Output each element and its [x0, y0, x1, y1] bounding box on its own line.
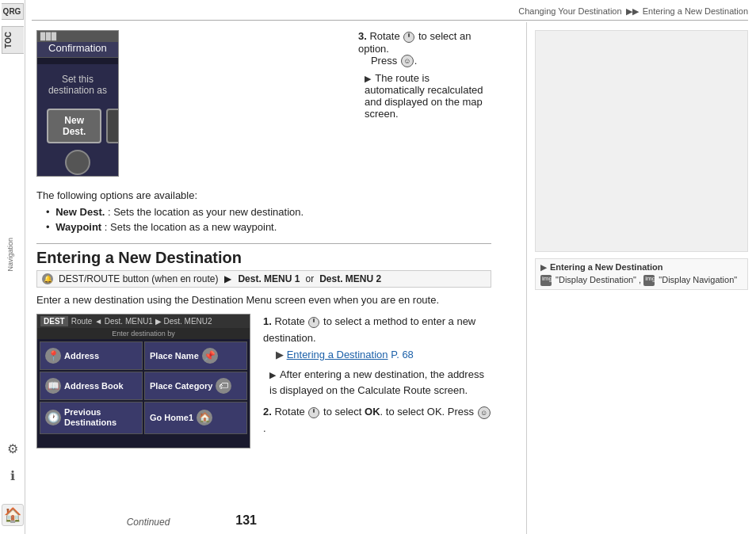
screen-body-text: Set this destination as	[47, 74, 109, 96]
section-divider	[36, 243, 491, 244]
sidebar-icons: ⚙ ℹ	[0, 437, 25, 486]
step3-rotate: Rotate	[369, 30, 399, 42]
screen-buttons: New Dest. Waypoint	[47, 109, 109, 143]
option2-bullet: •	[46, 221, 50, 233]
breadcrumb-part2: Entering a New Destination	[643, 6, 748, 16]
instruction-text: DEST/ROUTE button (when en route)	[59, 273, 218, 284]
screen-header-bar: ▉▉▉	[37, 31, 118, 42]
screen-body: Set this destination as New Dest. Waypoi…	[37, 64, 118, 177]
step3-num: 3.	[358, 30, 367, 42]
addressbook-label: Address Book	[64, 381, 124, 391]
confirmation-screen: ▉▉▉ Confirmation Set this destination as…	[36, 30, 119, 177]
knob-icon-2	[308, 317, 319, 328]
placename-icon: 📌	[202, 348, 218, 364]
waypoint-btn: Waypoint	[106, 109, 119, 143]
prevdest-label: Previous Destinations	[64, 407, 137, 428]
step1-rotate: Rotate	[274, 315, 304, 327]
nav-label: Navigation	[6, 238, 14, 272]
entering-destination-link[interactable]: Entering a Destination	[287, 349, 388, 360]
link-icon-1: img	[540, 275, 552, 286]
step2-press: to select OK. Press	[386, 406, 474, 418]
option2: • Waypoint : Sets the location as a new …	[46, 219, 491, 235]
step1-arrow: ▶	[269, 370, 276, 380]
breadcrumb-separator: ▶▶	[626, 6, 639, 16]
right-panel-ref: ▶ Entering a New Destination img "Displa…	[535, 258, 748, 290]
ref-arrow-icon: ▶	[540, 263, 547, 272]
right-panel: ▶ Entering a New Destination img "Displa…	[526, 22, 756, 534]
right-panel-link: img "Display Destination" , img "Display…	[540, 275, 743, 286]
step1-block: 1. Rotate to select a method to enter a …	[263, 314, 491, 399]
left-sidebar: QRG TOC Navigation ⚙ ℹ 🏠	[0, 0, 25, 534]
link-text-1: "Display Destination"	[556, 275, 636, 284]
dest-enter-text: Enter destination by	[37, 328, 250, 339]
step3-text: 3. Rotate to select an option. Press ☺.	[358, 30, 491, 67]
page-number: 131	[235, 513, 257, 528]
link-icon-2: img	[643, 275, 655, 286]
instruction-menu2: Dest. MENU 2	[319, 273, 381, 284]
placename-label: Place Name	[150, 351, 199, 361]
dest-cell-placename: Place Name 📌	[144, 341, 247, 370]
instruction-or: or	[305, 273, 314, 284]
ref-title-text: Entering a New Destination	[550, 262, 662, 272]
option1-label: New Dest.	[55, 206, 105, 218]
placecategory-icon: 🏷	[216, 378, 231, 394]
breadcrumb: Changing Your Destination ▶▶ Entering a …	[32, 6, 748, 21]
link-sep: ,	[639, 275, 641, 284]
main-content: ▉▉▉ Confirmation Set this destination as…	[32, 22, 499, 534]
placecategory-label: Place Category	[150, 381, 212, 391]
right-panel-image	[535, 30, 748, 252]
dest-label: DEST	[40, 316, 68, 326]
dest-cell-address: 📍 Address	[40, 341, 143, 370]
address-label: Address	[64, 351, 99, 361]
dest-route-icon: 🔔	[42, 273, 53, 284]
knob-icon-3	[308, 407, 319, 418]
step3-arrow: ▶	[365, 74, 371, 83]
step1-num: 1.	[263, 315, 272, 327]
option2-label: Waypoint	[55, 221, 101, 233]
dest-cell-prevdest: 🕐 Previous Destinations	[40, 402, 143, 433]
instruction-bar: 🔔 DEST/ROUTE button (when en route) ▶ De…	[36, 270, 491, 288]
option1-desc: : Sets the location as your new destinat…	[108, 206, 304, 218]
dest-grid: 📍 Address Place Name 📌 📖 Address Book Pl…	[37, 339, 250, 436]
step3-sub-text: The route is automatically recalculated …	[365, 72, 483, 120]
body-desc: Enter a new destination using the Destin…	[36, 292, 491, 308]
sidebar-icon-2[interactable]: ℹ	[2, 464, 24, 486]
qrg-tab[interactable]: QRG	[2, 3, 24, 20]
address-icon: 📍	[45, 348, 61, 364]
instruction-menu1: Dest. MENU 1	[238, 273, 300, 284]
toc-tab[interactable]: TOC	[2, 26, 24, 54]
step1-link[interactable]: ▶ Entering a Destination P. 68	[276, 349, 414, 360]
continued: Continued	[32, 517, 265, 528]
step3-section: 3. Rotate to select an option. Press ☺. …	[358, 30, 491, 120]
step2-block: 2. Rotate to select OK. to select OK. Pr…	[263, 404, 491, 437]
option2-desc: : Sets the location as a new waypoint.	[105, 221, 277, 233]
dest-route-label: Route ◄ Dest. MENU1 ▶ Dest. MENU2	[71, 317, 212, 326]
breadcrumb-part1: Changing Your Destination	[518, 6, 621, 16]
step1-page: P. 68	[391, 349, 414, 360]
dest-screen: DEST Route ◄ Dest. MENU1 ▶ Dest. MENU2 E…	[36, 314, 250, 448]
press-icon-2: ☺	[478, 406, 491, 419]
step2-num: 2.	[263, 406, 272, 418]
dest-cell-placecategory: Place Category 🏷	[144, 372, 247, 400]
bottom-steps: 1. Rotate to select a method to enter a …	[263, 314, 491, 442]
step1-sub: ▶ After entering a new destination, the …	[269, 367, 491, 400]
step3-sub: ▶ The route is automatically recalculate…	[365, 72, 491, 120]
step2-select: to select OK.	[323, 406, 386, 418]
dest-cell-addressbook: 📖 Address Book	[40, 372, 143, 400]
sidebar-icon-1[interactable]: ⚙	[2, 437, 24, 460]
right-panel-ref-title: ▶ Entering a New Destination	[540, 262, 743, 272]
addressbook-icon: 📖	[45, 378, 61, 394]
prevdest-icon: 🕐	[45, 410, 61, 425]
option1: • New Dest. : Sets the location as your …	[46, 204, 491, 220]
dest-header: DEST Route ◄ Dest. MENU1 ▶ Dest. MENU2	[37, 315, 250, 328]
options-text: The following options are available:	[36, 188, 491, 204]
gohome-label: Go Home1	[150, 413, 193, 423]
home-tab[interactable]: 🏠	[2, 504, 24, 526]
new-dest-btn: New Dest.	[47, 109, 101, 143]
press-icon-1: ☺	[401, 55, 414, 67]
option1-bullet: •	[46, 206, 50, 218]
nav-circle	[65, 150, 90, 175]
knob-icon-1	[403, 32, 414, 43]
step3-press: Press	[371, 55, 397, 67]
instruction-arrow: ▶	[224, 273, 231, 284]
